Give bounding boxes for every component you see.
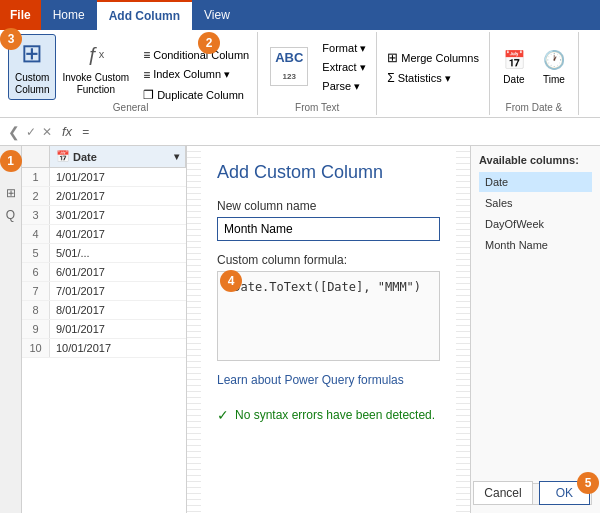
invoke-custom-function-button[interactable]: ƒx Invoke CustomFunction [56,34,135,100]
table-row: 1010/01/2017 [22,339,186,358]
fx-label: fx [62,124,72,139]
ok-button[interactable]: OK 5 [539,481,590,505]
badge-3: 3 [0,28,22,50]
format-label: Format ▾ [322,42,366,55]
index-column-button[interactable]: ≡ Index Column ▾ [139,66,253,84]
table-row: 88/01/2017 [22,301,186,320]
ok-label: OK [556,486,573,500]
sidebar: 1 ⊞ Q [0,146,22,513]
badge-2: 2 [198,32,220,54]
invoke-label: Invoke CustomFunction [62,72,129,96]
nav-left-icon[interactable]: ❮ [8,124,20,140]
sidebar-table-icon[interactable]: ⊞ [2,184,20,202]
invoke-icon: ƒx [80,38,112,70]
add-custom-column-dialog: Add Custom Column New column name Custom… [201,146,456,513]
abc-icon: ABC123 [270,47,308,87]
table-row: 44/01/2017 [22,225,186,244]
dialog-title: Add Custom Column [217,162,440,183]
learn-link[interactable]: Learn about Power Query formulas [217,373,440,387]
status-text: No syntax errors have been detected. [235,408,435,422]
custom-column-label: CustomColumn [15,72,49,96]
available-columns-panel: Available columns: Date Sales DayOfWeek … [470,146,600,513]
extract-label: Extract ▾ [322,61,365,74]
statistics-button[interactable]: Σ Statistics ▾ [383,69,483,87]
date-column-header[interactable]: 📅 Date ▾ [50,146,186,167]
index-label: Index Column ▾ [153,68,230,81]
merge-columns-button[interactable]: ⊞ Merge Columns [383,48,483,67]
status-bar: ✓ No syntax errors have been detected. [217,399,440,423]
parse-button[interactable]: Parse ▾ [318,78,370,95]
jagged-separator-right [456,146,470,513]
merge-icon: ⊞ [387,50,398,65]
time-label: Time [543,73,565,86]
date-col-label: Date [73,151,97,163]
date-button[interactable]: 📅 Date [496,35,532,101]
dialog-actions: Cancel OK 5 [473,481,590,505]
table-row: 22/01/2017 [22,187,186,206]
row-num-header [22,146,50,167]
table-row: 77/01/2017 [22,282,186,301]
tab-home[interactable]: Home [41,0,97,30]
table-row: 55/01/... [22,244,186,263]
equals-label: = [82,125,89,139]
available-columns-list: Date Sales DayOfWeek Month Name [479,172,592,255]
checkmark-icon[interactable]: ✓ [26,125,36,139]
jagged-separator [187,146,201,513]
date-label: Date [503,73,524,86]
tab-add-column[interactable]: Add Column [97,0,192,30]
conditional-icon: ≡ [143,48,150,62]
tab-view[interactable]: View [192,0,242,30]
cancel-button[interactable]: Cancel [473,481,532,505]
date-col-icon: 📅 [56,150,70,163]
parse-label: Parse ▾ [322,80,360,93]
available-columns-label: Available columns: [479,154,592,166]
data-table: 📅 Date ▾ 11/01/2017 22/01/2017 33/01/201… [22,146,187,513]
column-name-input[interactable] [217,217,440,241]
time-icon: 🕐 [543,49,565,72]
table-row: 66/01/2017 [22,263,186,282]
badge-1: 1 [0,150,22,172]
cross-icon[interactable]: ✕ [42,125,52,139]
merge-label: Merge Columns [401,52,479,64]
table-row: 11/01/2017 [22,168,186,187]
time-button[interactable]: 🕐 Time [536,35,572,101]
sidebar-query-icon[interactable]: Q [2,206,20,224]
merge-group-label [377,109,489,113]
badge-5: 5 [577,472,599,494]
date-col-dropdown[interactable]: ▾ [174,151,179,162]
general-group-label: General [4,98,257,113]
formula-bar: ❮ ✓ ✕ fx = [0,118,600,146]
tab-file[interactable]: File [0,0,41,30]
badge-4: 4 [220,270,242,292]
conditional-column-button[interactable]: ≡ Conditional Column [139,46,253,64]
from-date-label: From Date & [490,98,578,113]
available-item-dayofweek[interactable]: DayOfWeek [479,214,592,234]
column-name-label: New column name [217,199,440,213]
ribbon-tabs: File Home Add Column View [0,0,600,30]
table-row: 99/01/2017 [22,320,186,339]
date-icon: 📅 [503,49,525,72]
available-item-monthname[interactable]: Month Name [479,235,592,255]
table-row: 33/01/2017 [22,206,186,225]
stats-icon: Σ [387,71,394,85]
stats-label: Statistics ▾ [398,72,451,85]
from-text-label: From Text [258,98,376,113]
format-large-button[interactable]: ABC123 [264,35,314,101]
formula-label: Custom column formula: [217,253,440,267]
table-header: 📅 Date ▾ [22,146,186,168]
format-button[interactable]: Format ▾ [318,40,370,57]
index-icon: ≡ [143,68,150,82]
available-item-date[interactable]: Date [479,172,592,192]
formula-editor[interactable]: =Date.ToText([Date], "MMM") [217,271,440,361]
available-item-sales[interactable]: Sales [479,193,592,213]
extract-button[interactable]: Extract ▾ [318,59,370,76]
success-icon: ✓ [217,407,229,423]
